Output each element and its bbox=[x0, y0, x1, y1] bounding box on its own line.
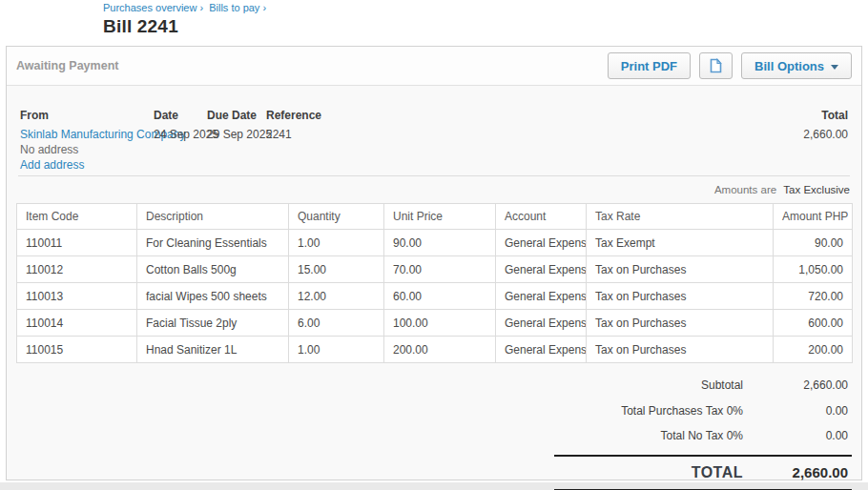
header-total-value: 2,660.00 bbox=[803, 129, 848, 141]
no-address-text: No address bbox=[20, 143, 185, 156]
table-cell: 12.00 bbox=[289, 283, 384, 310]
table-cell: Cotton Balls 500g bbox=[137, 256, 289, 283]
table-row: 110012Cotton Balls 500g15.0070.00General… bbox=[17, 256, 853, 283]
page-title: Bill 2241 bbox=[103, 16, 868, 37]
page-header: Purchases overview› Bills to pay› Bill 2… bbox=[0, 0, 868, 46]
table-cell: 1,050.00 bbox=[774, 256, 853, 283]
table-cell: Hnad Sanitizer 1L bbox=[137, 337, 289, 363]
document-icon bbox=[710, 58, 722, 73]
column-header: Unit Price bbox=[384, 204, 496, 230]
line-items-table: Item CodeDescriptionQuantityUnit PriceAc… bbox=[16, 203, 853, 363]
bill-content: From Skinlab Manufacturing Company No ad… bbox=[7, 86, 861, 490]
table-cell: General Expenses bbox=[496, 337, 587, 363]
breadcrumb-link-purchases-overview[interactable]: Purchases overview bbox=[103, 2, 196, 13]
breadcrumb-link-bills-to-pay[interactable]: Bills to pay bbox=[209, 2, 259, 13]
column-header: Quantity bbox=[289, 204, 384, 230]
totals-label: Subtotal bbox=[701, 378, 743, 392]
table-cell: 60.00 bbox=[384, 283, 496, 310]
table-cell: 600.00 bbox=[774, 310, 853, 337]
table-cell: 110011 bbox=[17, 230, 137, 256]
amounts-are-line: Amounts are Tax Exclusive bbox=[16, 176, 852, 202]
line-items-body: 110011For Cleaning Essentials1.0090.00Ge… bbox=[17, 230, 853, 363]
table-cell: General Expenses bbox=[496, 256, 587, 283]
table-row: 110013facial Wipes 500 sheets12.0060.00G… bbox=[17, 283, 853, 310]
table-cell: facial Wipes 500 sheets bbox=[137, 283, 289, 310]
amounts-are-prefix: Amounts are bbox=[714, 184, 776, 195]
grand-total-value: 2,660.00 bbox=[743, 464, 848, 480]
table-cell: Tax Exempt bbox=[587, 230, 774, 256]
chevron-down-icon bbox=[831, 65, 838, 70]
totals-value: 0.00 bbox=[743, 429, 848, 442]
table-cell: 200.00 bbox=[384, 337, 496, 363]
column-header: Item Code bbox=[17, 204, 137, 230]
table-cell: 110013 bbox=[17, 283, 137, 310]
tax-mode-value: Tax Exclusive bbox=[783, 184, 850, 195]
table-cell: 90.00 bbox=[774, 230, 853, 256]
table-cell: Tax on Purchases bbox=[587, 337, 774, 363]
breadcrumb-separator: › bbox=[262, 2, 266, 13]
table-cell: 90.00 bbox=[384, 230, 496, 256]
header-total-label: Total bbox=[803, 109, 848, 122]
table-header-row: Item CodeDescriptionQuantityUnit PriceAc… bbox=[17, 204, 853, 230]
bill-details: From Skinlab Manufacturing Company No ad… bbox=[16, 109, 852, 168]
due-date-section: Due Date 29 Sep 2025 bbox=[207, 109, 272, 141]
reference-section: Reference 2241 bbox=[266, 109, 321, 141]
table-cell: 70.00 bbox=[384, 256, 496, 283]
column-header: Amount PHP bbox=[774, 204, 853, 230]
header-total-section: Total 2,660.00 bbox=[803, 109, 848, 141]
table-cell: 100.00 bbox=[384, 310, 496, 337]
reference-label: Reference bbox=[266, 109, 321, 122]
totals-label: Total No Tax 0% bbox=[661, 429, 744, 442]
table-cell: Tax on Purchases bbox=[587, 283, 774, 310]
print-pdf-button[interactable]: Print PDF bbox=[608, 52, 691, 79]
totals-row: Subtotal2,660.00 bbox=[16, 373, 852, 398]
grand-total-label: TOTAL bbox=[692, 464, 743, 481]
table-cell: 6.00 bbox=[289, 310, 384, 337]
table-row: 110011For Cleaning Essentials1.0090.00Ge… bbox=[17, 230, 853, 256]
bill-panel: Awaiting Payment Print PDF Bill Options bbox=[6, 46, 862, 480]
status-bar: Awaiting Payment Print PDF Bill Options bbox=[7, 47, 861, 86]
totals-value: 0.00 bbox=[743, 404, 848, 418]
table-cell: Tax on Purchases bbox=[587, 256, 774, 283]
table-row: 110014Facial Tissue 2ply6.00100.00Genera… bbox=[17, 310, 853, 337]
breadcrumb: Purchases overview› Bills to pay› bbox=[103, 2, 868, 13]
status-badge: Awaiting Payment bbox=[16, 59, 118, 72]
column-header: Tax Rate bbox=[587, 204, 774, 230]
table-cell: 200.00 bbox=[774, 337, 853, 363]
bill-options-label: Bill Options bbox=[754, 59, 824, 73]
table-cell: Facial Tissue 2ply bbox=[137, 310, 289, 337]
table-row: 110015Hnad Sanitizer 1L1.00200.00General… bbox=[17, 337, 853, 363]
table-cell: 720.00 bbox=[774, 283, 853, 310]
bill-options-button[interactable]: Bill Options bbox=[741, 52, 852, 79]
due-date-label: Due Date bbox=[207, 109, 272, 122]
totals-row: Total Purchases Tax 0%0.00 bbox=[16, 398, 852, 424]
table-cell: 110014 bbox=[17, 310, 137, 337]
column-header: Account bbox=[496, 204, 587, 230]
totals-label: Total Purchases Tax 0% bbox=[621, 404, 743, 418]
table-cell: 110015 bbox=[17, 337, 137, 363]
copy-document-button[interactable] bbox=[699, 52, 733, 79]
table-cell: 1.00 bbox=[289, 337, 384, 363]
table-cell: For Cleaning Essentials bbox=[137, 230, 289, 256]
table-cell: General Expenses bbox=[496, 283, 587, 310]
totals-section: Subtotal2,660.00Total Purchases Tax 0%0.… bbox=[16, 373, 852, 490]
table-cell: General Expenses bbox=[496, 230, 587, 256]
breadcrumb-separator: › bbox=[199, 2, 203, 13]
totals-value: 2,660.00 bbox=[743, 378, 848, 392]
table-cell: 15.00 bbox=[289, 256, 384, 283]
totals-row: Total No Tax 0%0.00 bbox=[16, 423, 852, 449]
grand-total-row: TOTAL 2,660.00 bbox=[554, 455, 852, 490]
reference-value: 2241 bbox=[266, 129, 321, 141]
table-cell: 110012 bbox=[17, 256, 137, 283]
add-address-link[interactable]: Add address bbox=[20, 158, 84, 172]
column-header: Description bbox=[137, 204, 289, 230]
table-cell: General Expenses bbox=[496, 310, 587, 337]
table-cell: Tax on Purchases bbox=[587, 310, 774, 337]
due-date-value: 29 Sep 2025 bbox=[207, 129, 272, 141]
page: Purchases overview› Bills to pay› Bill 2… bbox=[0, 0, 868, 482]
toolbar: Print PDF Bill Options bbox=[608, 52, 852, 79]
table-cell: 1.00 bbox=[289, 230, 384, 256]
